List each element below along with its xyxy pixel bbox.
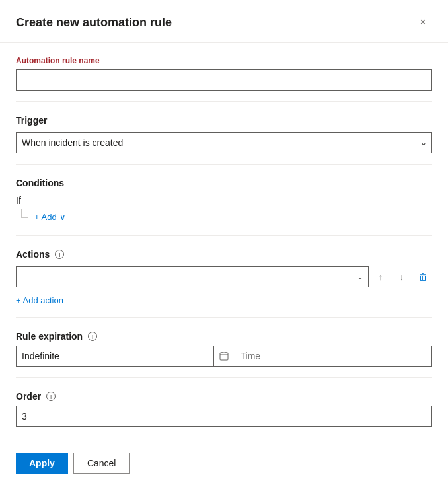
svg-rect-0	[220, 353, 228, 360]
automation-rule-name-section: Automation rule name	[16, 43, 432, 102]
conditions-tree: + Add ∨	[16, 209, 432, 225]
expiration-header-row: Rule expiration i	[16, 331, 432, 342]
expiration-calendar-icon[interactable]	[213, 346, 235, 367]
conditions-add-button[interactable]: + Add ∨	[26, 209, 69, 225]
move-down-icon: ↓	[400, 272, 404, 282]
actions-select-wrapper: Assign owner Change status Change severi…	[16, 266, 369, 287]
actions-move-down-button[interactable]: ↓	[392, 268, 411, 286]
conditions-label: Conditions	[16, 178, 432, 188]
expiration-row: Indefinite	[16, 346, 432, 367]
cancel-button[interactable]: Cancel	[73, 453, 130, 474]
apply-button[interactable]: Apply	[16, 453, 68, 474]
order-section: Order i	[16, 378, 432, 437]
actions-move-up-button[interactable]: ↑	[371, 268, 390, 286]
conditions-add-label: + Add	[34, 212, 57, 222]
add-action-button[interactable]: + Add action	[16, 294, 63, 307]
actions-header-row: Actions i	[16, 249, 432, 260]
trigger-label: Trigger	[16, 115, 432, 126]
actions-select[interactable]: Assign owner Change status Change severi…	[16, 266, 369, 287]
conditions-section: Conditions If + Add ∨	[16, 165, 432, 236]
order-header-row: Order i	[16, 391, 432, 402]
conditions-if-label: If	[16, 195, 432, 205]
close-button[interactable]: ×	[414, 13, 432, 32]
actions-select-row: Assign owner Change status Change severi…	[16, 266, 432, 287]
expiration-time-input[interactable]	[235, 346, 433, 367]
delete-icon: 🗑	[418, 272, 428, 282]
actions-info-icon[interactable]: i	[55, 250, 64, 259]
automation-rule-name-input[interactable]	[16, 69, 432, 91]
actions-label: Actions	[16, 249, 50, 260]
automation-rule-name-label: Automation rule name	[16, 56, 432, 65]
dialog-footer: Apply Cancel	[0, 443, 448, 483]
trigger-section: Trigger When incident is created When in…	[16, 102, 432, 165]
order-input[interactable]	[16, 406, 432, 427]
expiration-label: Rule expiration	[16, 331, 83, 342]
expiration-value: Indefinite	[16, 346, 213, 367]
trigger-select[interactable]: When incident is created When incident i…	[16, 132, 432, 153]
dialog-body: Automation rule name Trigger When incide…	[0, 43, 448, 443]
move-up-icon: ↑	[379, 272, 383, 282]
order-label: Order	[16, 391, 41, 402]
add-action-label: + Add action	[16, 295, 63, 305]
conditions-add-chevron-icon: ∨	[59, 212, 66, 222]
expiration-text: Indefinite	[22, 351, 59, 361]
actions-delete-button[interactable]: 🗑	[414, 268, 432, 286]
expiration-info-icon[interactable]: i	[88, 332, 97, 341]
actions-section: Actions i Assign owner Change status Cha…	[16, 236, 432, 318]
actions-row-container: Assign owner Change status Change severi…	[16, 266, 432, 307]
create-automation-rule-dialog: Create new automation rule × Automation …	[0, 0, 448, 483]
order-info-icon[interactable]: i	[46, 392, 56, 401]
dialog-title: Create new automation rule	[16, 16, 172, 30]
rule-expiration-section: Rule expiration i Indefinite	[16, 318, 432, 378]
trigger-select-wrapper: When incident is created When incident i…	[16, 132, 432, 153]
dialog-header: Create new automation rule ×	[0, 0, 448, 43]
order-input-wrapper	[16, 406, 432, 427]
